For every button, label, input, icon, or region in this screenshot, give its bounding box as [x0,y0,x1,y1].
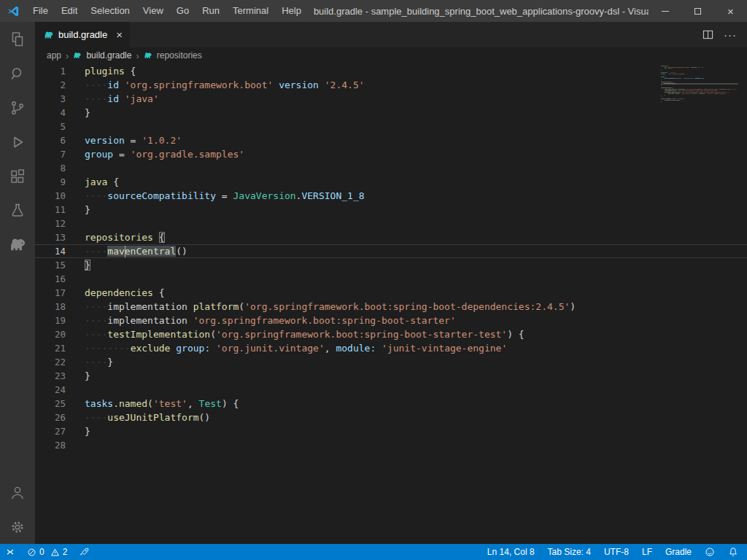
code-line[interactable]: 27} [35,424,747,438]
run-and-debug-icon[interactable] [0,125,35,159]
menu-item-help[interactable]: Help [275,0,308,22]
line-number: 28 [35,438,85,452]
error-count: 0 [39,547,44,557]
close-icon[interactable]: × [714,0,747,22]
code-line[interactable]: 11} [35,203,747,217]
code-line[interactable]: 21········exclude group: 'org.junit.vint… [35,341,747,355]
code-line[interactable]: 26····useJUnitPlatform() [35,411,747,424]
code-line[interactable]: 24 [35,383,747,397]
chevron-right-icon: › [136,50,139,61]
line-number: 10 [35,189,85,203]
line-number: 22 [35,355,85,369]
eol-sequence[interactable]: LF [642,547,652,557]
code-editor[interactable]: 1plugins {2····id 'org.springframework.b… [35,63,747,544]
menu-item-selection[interactable]: Selection [84,0,136,22]
code-line[interactable]: 17dependencies { [35,286,747,300]
gradle-elephant-icon[interactable] [0,228,35,262]
code-line[interactable]: 19····implementation 'org.springframewor… [35,314,747,327]
breadcrumb-item-symbol[interactable]: repositories [157,50,202,61]
code-line[interactable]: 10····sourceCompatibility = JavaVersion.… [35,189,747,203]
menu-item-go[interactable]: Go [170,0,196,22]
gradle-file-icon [73,51,82,60]
remote-window-icon[interactable] [0,544,20,560]
code-line[interactable]: 22····} [35,355,747,369]
line-number: 12 [35,217,85,230]
line-number: 17 [35,286,85,300]
minimap-active-line [661,83,738,85]
activity-bar [0,22,35,544]
warning-triangle-icon [50,548,60,557]
search-icon[interactable] [0,56,35,90]
code-line[interactable]: 14····mavenCentral() [35,244,747,258]
indentation[interactable]: Tab Size: 4 [548,547,591,557]
code-line[interactable]: 28 [35,438,747,452]
cursor-position[interactable]: Ln 14, Col 8 [487,547,535,557]
vscode-logo-icon [0,5,26,18]
line-number: 2 [35,78,85,92]
code-line[interactable]: 15} [35,258,747,272]
line-number: 5 [35,120,85,133]
line-number: 16 [35,272,85,286]
line-number: 23 [35,369,85,383]
line-number: 24 [35,383,85,397]
code-line[interactable]: 9java { [35,175,747,189]
line-number: 25 [35,397,85,411]
line-number: 7 [35,147,85,161]
menu-item-run[interactable]: Run [196,0,226,22]
window-title: build.gradle - sample_building_spring_bo… [308,6,649,17]
code-line[interactable]: 18····implementation platform('org.sprin… [35,300,747,314]
code-line[interactable]: 2····id 'org.springframework.boot' versi… [35,78,747,92]
encoding[interactable]: UTF-8 [604,547,629,557]
line-number: 14 [35,244,85,258]
code-line[interactable]: 13repositories { [35,230,747,244]
breadcrumb-item-file[interactable]: build.gradle [86,50,131,61]
breadcrumb-item-app[interactable]: app [47,50,61,61]
code-line[interactable]: 8 [35,161,747,175]
code-line[interactable]: 5 [35,120,747,133]
code-line[interactable]: 4} [35,106,747,120]
code-line[interactable]: 25tasks.named('test', Test) { [35,397,747,411]
status-bar: 0 2 Ln 14, Col 8 Tab Size: 4 UTF-8 LF Gr… [0,544,747,560]
menu-item-terminal[interactable]: Terminal [226,0,275,22]
source-control-icon[interactable] [0,90,35,125]
symbol-icon [144,51,152,60]
code-line[interactable]: 23} [35,369,747,383]
line-number: 4 [35,106,85,120]
menu-item-view[interactable]: View [136,0,170,22]
tab-close-icon[interactable]: × [116,29,123,40]
line-number: 9 [35,175,85,189]
code-line[interactable]: 16 [35,272,747,286]
maximize-icon[interactable] [681,0,714,22]
extensions-icon[interactable] [0,159,35,193]
code-line[interactable]: 7group = 'org.gradle.samples' [35,147,747,161]
code-line[interactable]: 1plugins { [35,64,747,78]
menu-item-file[interactable]: File [26,0,55,22]
minimize-icon[interactable] [649,0,681,22]
editor-actions: ··· [703,22,747,47]
code-line[interactable]: 12 [35,217,747,230]
code-area: 1plugins {2····id 'org.springframework.b… [35,64,747,452]
more-actions-icon[interactable]: ··· [724,28,737,41]
line-number: 13 [35,230,85,244]
menu-item-edit[interactable]: Edit [55,0,84,22]
rocket-icon[interactable] [77,548,92,557]
problems-indicator[interactable]: 0 2 [23,547,74,557]
menu-bar: File Edit Selection View Go Run Terminal… [26,0,308,22]
testing-beaker-icon[interactable] [0,193,35,228]
language-mode[interactable]: Gradle [665,547,692,557]
window-controls: × [649,0,747,22]
notifications-bell-icon[interactable] [728,547,738,557]
gradle-file-icon [44,30,54,40]
settings-gear-icon[interactable] [0,510,35,544]
accounts-icon[interactable] [0,475,35,510]
minimap[interactable]: plugins { id 'org.springframework.boot' … [661,65,738,109]
explorer-icon[interactable] [0,22,35,56]
code-line[interactable]: 6version = '1.0.2' [35,133,747,147]
code-line[interactable]: 20····testImplementation('org.springfram… [35,327,747,341]
title-bar: File Edit Selection View Go Run Terminal… [0,0,747,22]
split-editor-icon[interactable] [703,29,713,40]
code-line[interactable]: 3····id 'java' [35,92,747,106]
feedback-smiley-icon[interactable] [705,547,715,557]
line-number: 18 [35,300,85,314]
tab-build-gradle[interactable]: build.gradle × [35,22,130,47]
